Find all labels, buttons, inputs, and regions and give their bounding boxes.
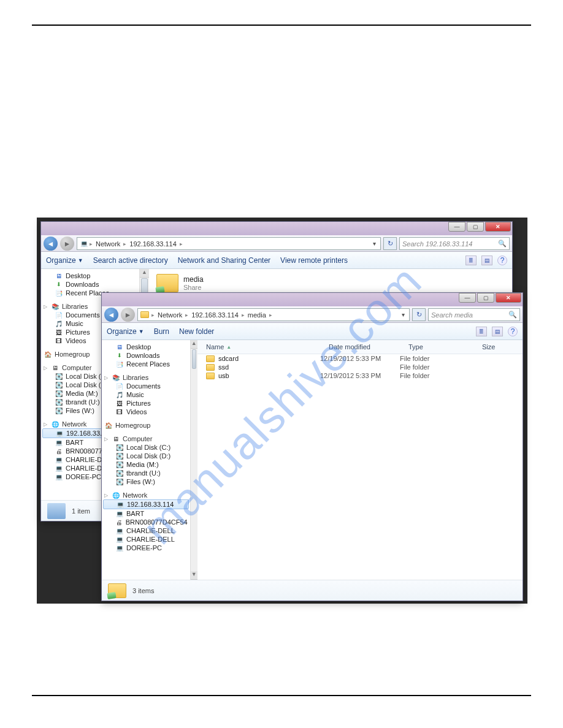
toolbar-action[interactable]: Search active directory [93,256,168,265]
back-button[interactable]: ◄ [44,237,58,251]
forward-button[interactable]: ► [60,237,74,251]
address-bar[interactable]: ▸ Network ▸ 192.168.33.114 ▸ ▾ [77,237,381,250]
toolbar-newfolder[interactable]: New folder [179,327,214,336]
help-button[interactable]: ? [497,256,507,265]
tree-item[interactable]: Music [126,391,144,398]
search-box[interactable]: Search media 🔍 [428,308,520,321]
tree-item[interactable]: Desktop [66,272,90,279]
tree-item[interactable]: Files (W:) [126,478,155,485]
view-options-button[interactable]: ≣ [465,256,477,265]
tree-group[interactable]: Libraries [62,303,88,310]
search-box[interactable]: Search 192.168.33.114 🔍 [399,237,510,250]
tree-item[interactable]: Documents [126,382,161,390]
tree-group[interactable]: Computer [62,364,91,371]
column-size[interactable]: Size [473,342,523,352]
tree-item[interactable]: Local Disk (C:) [126,444,170,451]
breadcrumb-separator: ▸ [242,312,245,318]
tree-group[interactable]: Computer [123,435,152,442]
tree-item[interactable]: 192.168.33.114 [127,501,174,508]
tree-item[interactable]: Local Disk (D:) [126,452,170,460]
minimize-button[interactable]: — [459,293,476,303]
recent-icon [115,360,124,368]
tree-item[interactable]: Media (M:) [66,390,98,397]
tree-group[interactable]: Homegroup [55,351,90,358]
file-row[interactable]: sdcard 12/19/2012 5:33 PM File folder [197,354,523,363]
tree-item[interactable]: Downloads [126,352,159,359]
dropdown-arrow-icon[interactable]: ▾ [402,311,405,318]
tree-item[interactable]: Downloads [66,281,99,288]
collapse-arrow-icon[interactable]: ▷ [44,365,47,371]
refresh-button[interactable]: ↻ [383,237,397,250]
maximize-button[interactable]: ▢ [477,293,494,303]
share-folder-item[interactable]: media Share [156,274,505,292]
titlebar[interactable]: — ▢ ✕ [41,222,512,235]
scroll-down-arrow-icon[interactable]: ▼ [191,571,197,580]
help-button[interactable]: ? [508,327,518,336]
preview-pane-button[interactable]: ▤ [492,327,503,336]
navigation-tree[interactable]: Desktop Downloads Recent Places ▷Librari… [102,340,190,580]
column-type[interactable]: Type [400,342,473,352]
maximize-button[interactable]: ▢ [467,222,484,232]
tree-item[interactable]: BRN008077D4CF54 [126,518,188,526]
file-row[interactable]: usb 12/19/2012 5:33 PM File folder [197,371,523,380]
breadcrumb[interactable]: Network [94,240,122,248]
tree-item[interactable]: tbrandt (U:) [66,398,100,406]
tree-item[interactable]: DOREE-PC [66,473,101,480]
tree-item[interactable]: Videos [126,408,147,415]
tree-item[interactable]: Desktop [126,343,151,351]
tree-item[interactable]: CHARLIE-DELL [126,527,175,534]
tree-scrollbar[interactable]: ▲ ▼ [190,340,197,580]
tree-item[interactable]: Videos [66,337,86,344]
breadcrumb[interactable]: Network [156,311,184,319]
collapse-arrow-icon[interactable]: ▷ [44,422,47,427]
collapse-arrow-icon[interactable]: ▷ [104,436,108,442]
file-row[interactable]: ssd File folder [197,363,523,371]
preview-pane-button[interactable]: ▤ [481,256,492,265]
tree-item[interactable]: tbrandt (U:) [126,469,161,477]
minimize-button[interactable]: — [448,222,465,232]
breadcrumb[interactable]: 192.168.33.114 [190,311,240,319]
forward-button[interactable]: ► [121,308,135,322]
explorer-window-2: — ▢ ✕ ◄ ► ▸ Network ▸ 192.168.33.114 ▸ m… [101,292,523,601]
column-headers[interactable]: Name ▲ Date modified Type Size [197,340,523,354]
titlebar[interactable]: — ▢ ✕ [102,293,523,306]
collapse-arrow-icon[interactable]: ▷ [104,493,108,498]
tree-item[interactable]: CHARLIE-DELL [126,536,175,543]
tree-item[interactable]: Media (M:) [126,461,159,468]
close-button[interactable]: ✕ [485,222,511,232]
tree-group[interactable]: Homegroup [115,422,150,429]
scroll-up-arrow-icon[interactable]: ▲ [191,340,197,349]
toolbar-burn[interactable]: Burn [154,327,169,336]
collapse-arrow-icon[interactable]: ▷ [104,375,108,381]
column-date[interactable]: Date modified [320,342,400,352]
tree-item[interactable]: Files (W:) [66,407,94,414]
tree-item[interactable]: Recent Places [126,360,170,368]
tree-item[interactable]: Documents [66,311,100,319]
column-name[interactable]: Name [206,343,224,351]
tree-group[interactable]: Network [62,420,86,428]
dropdown-arrow-icon[interactable]: ▾ [373,240,376,247]
tree-item[interactable]: Music [66,320,83,327]
tree-item[interactable]: Pictures [126,400,151,407]
collapse-arrow-icon[interactable]: ▷ [44,304,47,309]
tree-group[interactable]: Network [123,491,147,499]
tree-item[interactable]: DOREE-PC [126,544,162,552]
tree-item[interactable]: BART [66,439,83,446]
refresh-button[interactable]: ↻ [412,308,426,321]
breadcrumb[interactable]: 192.168.33.114 [128,240,178,248]
content-pane[interactable]: Name ▲ Date modified Type Size sdcard 12… [197,340,523,580]
organize-menu[interactable]: Organize ▼ [107,327,144,336]
back-button[interactable]: ◄ [104,308,118,322]
tree-item[interactable]: Pictures [66,328,90,336]
address-bar[interactable]: ▸ Network ▸ 192.168.33.114 ▸ media ▸ ▾ [137,308,410,321]
organize-menu[interactable]: Organize ▼ [46,256,83,265]
tree-item[interactable]: BART [126,510,144,517]
close-button[interactable]: ✕ [496,293,521,303]
toolbar-action[interactable]: View remote printers [280,256,348,265]
scroll-thumb[interactable] [192,349,196,369]
view-options-button[interactable]: ≣ [476,327,487,336]
tree-group[interactable]: Libraries [123,374,148,381]
breadcrumb[interactable]: media [246,311,268,319]
toolbar-action[interactable]: Network and Sharing Center [178,256,270,265]
scroll-up-arrow-icon[interactable]: ▲ [140,269,149,278]
